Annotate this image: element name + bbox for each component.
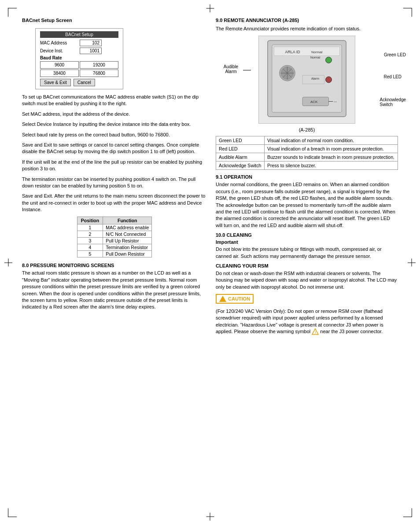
device-image-area: AudibleAlarm Green LED Red LED Acknowled…	[216, 36, 398, 132]
para3: Select Device Instance by inputting the …	[22, 121, 207, 128]
audible-alarm-label: AudibleAlarm	[219, 64, 243, 74]
cancel-button[interactable]: Cancel	[74, 79, 95, 86]
table-row: 2N/C Not Connected	[77, 231, 151, 238]
baud-btn-38400[interactable]: 38400	[40, 70, 79, 77]
caution-paragraph: (For 120/240 VAC Version Only): Do not o…	[216, 308, 398, 335]
table-row: 1MAC address enable	[77, 224, 151, 231]
para4: Select baud rate by press on the correct…	[22, 132, 207, 138]
svg-text:Normal: Normal	[310, 56, 321, 59]
remote-intro: The Remote Annunciator provides remote i…	[216, 26, 398, 32]
right-column: 9.0 REMOTE ANNUNCIATOR (A-285) The Remot…	[216, 18, 398, 339]
para7: The termination resistor can be inserted…	[22, 176, 207, 190]
audible-connector	[243, 70, 251, 70]
svg-point-5	[326, 57, 332, 63]
cleaning-rsm-section: CLEANING YOUR RSM Do not clean or wash-d…	[216, 263, 398, 290]
baud-btn-9600[interactable]: 9600	[40, 61, 79, 69]
caution-box: CAUTION	[216, 294, 254, 304]
cleaning-important: Important	[216, 239, 398, 245]
svg-text:ACK: ACK	[310, 100, 318, 104]
baud-btn-19200[interactable]: 19200	[80, 61, 118, 69]
operation-section: 9.1 OPERATION Under normal conditions, t…	[216, 174, 398, 229]
cleaning-text: Do not blow into the pressure tubing or …	[216, 246, 398, 260]
svg-rect-2	[274, 47, 340, 56]
device-label: Device Inst.	[40, 48, 80, 53]
save-exit-button[interactable]: Save & Exit	[40, 79, 71, 86]
table-row: Red LEDVisual indication of a breach in …	[216, 145, 398, 153]
para6: If the unit will be at the end of the li…	[22, 159, 207, 173]
pressure-text: The actual room static pressure is shown…	[22, 270, 207, 310]
svg-text:ARLA ID: ARLA ID	[285, 50, 300, 54]
crosshair-bottom	[210, 513, 210, 521]
table-row: Green LEDVisual indication of normal roo…	[216, 136, 398, 145]
baud-btn-76800[interactable]: 76800	[80, 70, 118, 77]
device-img-container: AudibleAlarm Green LED Red LED Acknowled…	[243, 36, 371, 132]
svg-text:Normal: Normal	[311, 50, 323, 54]
cleaning-rsm-text: Do not clean or wash-down the RSM with i…	[216, 270, 398, 290]
caution-text-end: near the J3 power connector.	[320, 329, 383, 334]
table-row: Acknowledge SwitchPress to silence buzze…	[216, 162, 398, 170]
pressure-section: 8.0 PRESSURE MONITORING SCREENS The actu…	[22, 263, 207, 310]
operation-text: Under normal conditions, the green LED r…	[216, 181, 398, 229]
red-led-text: Red LED	[383, 74, 402, 79]
cleaning-section: 10.0 CLEANING Important Do not blow into…	[216, 232, 398, 260]
device-input[interactable]: 1001	[80, 48, 102, 54]
corner-bl	[8, 508, 17, 517]
mac-label: MAC Address	[40, 40, 80, 45]
func-header: Function	[103, 217, 152, 224]
feature-table: Green LEDVisual indication of normal roo…	[216, 136, 398, 170]
para5: Save and Exit to save settings or cancel…	[22, 142, 207, 155]
audible-alarm-text: AudibleAlarm	[224, 64, 238, 74]
caution-label: CAUTION	[228, 296, 250, 301]
caution-triangle-icon	[219, 296, 226, 302]
svg-text:—: —	[334, 100, 337, 103]
cleaning-rsm-title: CLEANING YOUR RSM	[216, 263, 398, 268]
table-row: 5Pull Down Resistor	[77, 251, 151, 257]
red-led-label: Red LED	[383, 74, 402, 79]
bacnet-box-title: BACnet Setup	[40, 31, 118, 38]
bacnet-buttons: Save & Exit Cancel	[40, 79, 118, 86]
operation-title: 9.1 OPERATION	[216, 174, 398, 180]
ack-text: AcknowledgeSwitch	[380, 97, 406, 107]
warning-symbol-icon: !	[312, 328, 319, 335]
para8: Save and Exit. After the unit returns to…	[22, 193, 207, 213]
table-row: Audible AlarmBuzzer sounds to indicate b…	[216, 153, 398, 162]
caution-area: CAUTION	[216, 294, 398, 305]
green-led-label: Green LED	[384, 52, 406, 57]
crosshair-right	[408, 262, 416, 263]
remote-title: 9.0 REMOTE ANNUNCIATOR (A-285)	[216, 18, 398, 23]
svg-text:Alarm: Alarm	[311, 77, 319, 80]
bacnet-section-title: BACnet Setup Screen	[22, 18, 207, 23]
mac-input[interactable]: 102	[80, 40, 102, 46]
cleaning-title: 10.0 CLEANING	[216, 232, 398, 238]
corner-tl	[8, 8, 17, 17]
main-content: BACnet Setup Screen BACnet Setup MAC Add…	[22, 18, 398, 339]
svg-text:!: !	[315, 330, 316, 334]
table-row: 3Pull Up Resistor	[77, 238, 151, 244]
corner-tr	[403, 8, 412, 17]
crosshair-top	[210, 4, 210, 12]
position-table: Position Function 1MAC address enable2N/…	[77, 217, 152, 257]
device-caption: (A-285)	[243, 127, 371, 132]
pos-header: Position	[77, 217, 103, 224]
para1: To set up BACnet communications the MAC …	[22, 94, 207, 107]
svg-point-13	[326, 77, 332, 83]
left-column: BACnet Setup Screen BACnet Setup MAC Add…	[22, 18, 207, 339]
device-image: ARLA ID Normal Normal	[258, 36, 355, 124]
green-led-text: Green LED	[384, 52, 406, 57]
ack-label: AcknowledgeSwitch	[380, 97, 406, 107]
bacnet-setup-box: BACnet Setup MAC Address 102 Device Inst…	[35, 28, 123, 89]
crosshair-left	[4, 262, 12, 263]
para2: Set MAC address, input the address of th…	[22, 111, 207, 117]
device-svg: ARLA ID Normal Normal	[259, 36, 355, 123]
baud-label: Baud Rate	[40, 55, 118, 60]
mac-row: MAC Address 102	[40, 40, 118, 46]
table-row: 4Termination Resistor	[77, 244, 151, 251]
page: BACnet Setup Screen BACnet Setup MAC Add…	[0, 0, 420, 525]
pressure-title: 8.0 PRESSURE MONITORING SCREENS	[22, 263, 207, 268]
corner-br	[403, 508, 412, 517]
device-row: Device Inst. 1001	[40, 48, 118, 54]
baud-grid: 9600 19200 38400 76800	[40, 61, 118, 77]
